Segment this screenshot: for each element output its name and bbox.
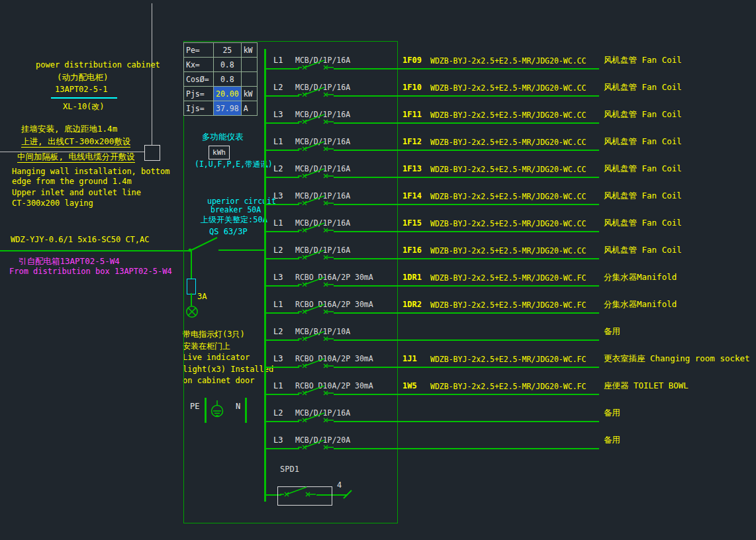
param-value: 25: [214, 43, 242, 58]
circuit-wire: [334, 68, 599, 69]
circuit-wire: [334, 448, 599, 449]
circuit-row: L3 RCBO D10A/2P 30mA 1J1 WDZB-BYJ-2x2.5+…: [265, 354, 756, 372]
cable-spec: WDZB-BYJ-2x2.5+E2.5-MR/JDG20-WC.CC: [430, 138, 586, 147]
circuit-row: L1 MCB/D/1P/16A 1F12 WDZB-BYJ-2x2.5+E2.5…: [265, 137, 756, 155]
n-label: N: [236, 402, 240, 412]
incoming-feeder-wire: [0, 250, 189, 251]
circuit-row: L2 MCB/D/1P/16A 1F10 WDZB-BYJ-2x2.5+E2.5…: [265, 83, 756, 101]
install-note-en-2: edge from the ground 1.4m: [12, 177, 132, 187]
load-label: 风机盘管 Fan Coil: [604, 246, 682, 255]
breaker-symbol-icon: [298, 139, 334, 151]
breaker-symbol-icon: [298, 85, 334, 97]
phase-label: L3: [273, 111, 283, 120]
cable-spec: WDZB-BYJ-2x2.5+E2.5-MR/JDG20-WC.CC: [430, 220, 586, 228]
circuit-id: 1F14: [402, 192, 422, 201]
param-value: 0.8: [214, 72, 242, 87]
circuit-wire: [265, 150, 299, 151]
param-label: Kx=: [184, 58, 214, 72]
circuit-row: L3 MCB/D/1P/20A 备用: [265, 435, 756, 453]
circuit-id: 1W5: [402, 382, 417, 391]
circuit-id: 1F15: [402, 219, 422, 228]
circuit-row: L2 MCB/B/1P/10A 备用: [265, 327, 756, 345]
param-row: Ijs= 37.98 A: [184, 101, 258, 116]
circuit-wire: [265, 177, 299, 178]
cable-spec: WDZB-BYJ-2x2.5+E2.5-MR/JDG20-WC.CC: [430, 84, 586, 93]
cable-spec: WDZB-BYJ-2x2.5+E2.5-MR/JDG20-WC.CC: [430, 193, 586, 201]
circuit-row: L2 MCB/D/1P/16A 备用: [265, 408, 756, 426]
load-label: 风机盘管 Fan Coil: [604, 218, 682, 228]
phase-label: L3: [273, 355, 283, 364]
cad-drawing-canvas: power distribution cabinet (动力配电柜) 13APT…: [0, 0, 756, 540]
install-note-en-4: CT-300x200 laying: [12, 199, 93, 208]
circuit-wire: [265, 258, 299, 259]
param-unit: A: [241, 101, 257, 116]
breaker-symbol-icon: [298, 112, 334, 124]
install-note-cn-1: 挂墙安装, 底边距地1.4m: [21, 124, 117, 134]
circuit-wire: [334, 394, 599, 395]
breaker-symbol-icon: [298, 58, 334, 69]
breaker-symbol-icon: [298, 248, 334, 259]
spd-label: SPD1: [280, 465, 299, 474]
feeder-source-en: From distribution box 13APT02-5-W4: [9, 267, 172, 277]
breaker-symbol-icon: [298, 437, 334, 449]
circuit-wire: [334, 285, 599, 287]
load-label: 座便器 TOILET BOWL: [604, 381, 688, 390]
breaker-symbol-icon: [298, 193, 334, 205]
crosshair-vertical-line: [152, 3, 152, 145]
phase-label: L1: [273, 219, 283, 228]
pe-bus-bar: [205, 398, 207, 423]
spd-pole-count: 4: [337, 481, 342, 490]
cable-spec: WDZB-BYJ-2x2.5+E2.5-MR/JDG20-WC.FC: [430, 355, 586, 364]
breaker-symbol-icon: [298, 410, 334, 422]
circuit-wire: [265, 394, 299, 395]
circuit-id: 1DR2: [402, 300, 422, 310]
circuit-wire: [334, 150, 599, 151]
breaker-symbol-icon: [298, 383, 334, 395]
circuit-wire: [265, 367, 299, 368]
circuit-wire: [334, 421, 599, 422]
circuit-id: 1F10: [402, 83, 422, 93]
circuit-id: 1F13: [402, 165, 422, 174]
pe-label: PE: [190, 402, 199, 412]
panel-id: 13APT02-5-1: [55, 85, 107, 95]
cable-spec: WDZB-BYJ-2x2.5+E2.5-MR/JDG20-WC.CC: [430, 247, 586, 255]
cabinet-model: XL-10(改): [63, 103, 105, 112]
install-note-en-3: Upper inlet and outlet line: [12, 189, 141, 198]
param-row: CosØ= 0.8: [184, 72, 258, 87]
incoming-cable-spec: WDZ-YJY-0.6/1 5x16-SC50 CT,AC: [11, 236, 150, 245]
breaker-symbol-icon: [298, 356, 334, 368]
load-label: 风机盘管 Fan Coil: [604, 110, 682, 119]
spd-breaker-symbol: [280, 485, 316, 497]
phase-label: L3: [273, 273, 283, 283]
circuit-id: 1F11: [402, 111, 422, 120]
param-unit: [241, 72, 257, 87]
param-label: Pjs=: [184, 87, 214, 101]
circuit-wire: [265, 122, 299, 124]
circuit-wire: [265, 231, 299, 232]
load-label: 风机盘管 Fan Coil: [604, 164, 682, 173]
circuit-wire: [265, 68, 299, 69]
circuit-row: L3 MCB/D/1P/16A 1F14 WDZB-BYJ-2x2.5+E2.5…: [265, 191, 756, 209]
circuit-row: L3 RCBO D16A/2P 30mA 1DR1 WDZB-BYJ-2x2.5…: [265, 273, 756, 291]
phase-label: L1: [273, 382, 283, 391]
circuit-wire: [265, 204, 299, 205]
circuit-row: L1 MCB/D/1P/16A 1F15 WDZB-BYJ-2x2.5+E2.5…: [265, 218, 756, 236]
breaker-symbol-icon: [298, 275, 334, 287]
cabinet-title-cn: (动力配电柜): [57, 73, 109, 82]
phase-label: L1: [273, 138, 283, 147]
circuit-wire: [265, 285, 299, 287]
breaker-symbol-icon: [298, 220, 334, 232]
param-label: Ijs=: [184, 101, 214, 116]
load-label: 备用: [604, 408, 620, 418]
load-label: 分集水器Manifold: [604, 300, 677, 309]
param-unit: kW: [241, 43, 257, 58]
param-value-highlighted: 20.00: [214, 87, 242, 101]
circuit-row: L2 MCB/D/1P/16A 1F13 WDZB-BYJ-2x2.5+E2.5…: [265, 164, 756, 182]
circuit-wire: [334, 95, 599, 97]
circuit-id: 1F16: [402, 246, 422, 255]
breaker-symbol-icon: [298, 166, 334, 178]
phase-label: L3: [273, 436, 283, 445]
param-value: 0.8: [214, 58, 242, 72]
install-note-cn-2: 上进, 出线CT-300x200敷设: [21, 137, 130, 148]
phase-label: L2: [273, 83, 283, 93]
